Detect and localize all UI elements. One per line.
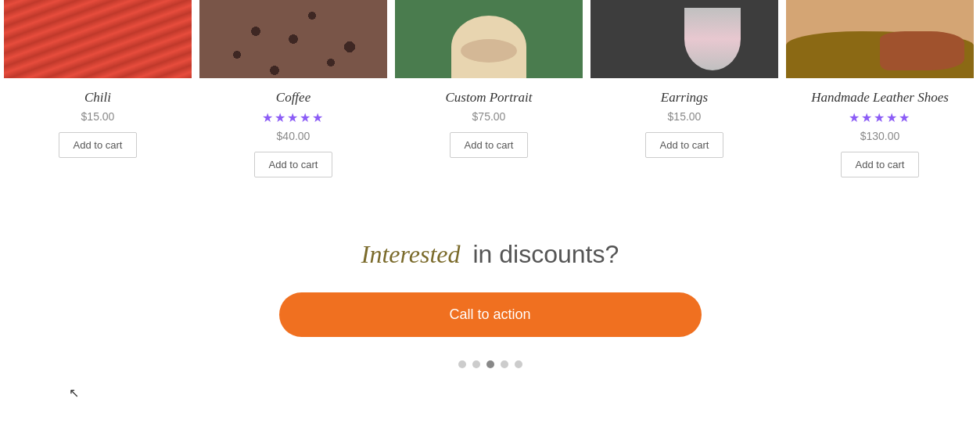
product-image-chili	[4, 0, 192, 78]
product-card-portrait: Custom Portrait $75.00 Add to cart	[391, 0, 587, 174]
add-to-cart-earrings[interactable]: Add to cart	[645, 132, 724, 158]
product-image-coffee	[199, 0, 387, 78]
product-card-earrings: Earrings $15.00 Add to cart	[587, 0, 782, 174]
chili-image-placeholder	[4, 0, 192, 78]
product-card-coffee: Coffee ★★★★★ $40.00 Add to cart	[196, 0, 391, 193]
earrings-image-placeholder	[591, 0, 778, 78]
coffee-image-placeholder	[199, 0, 387, 78]
add-to-cart-coffee[interactable]: Add to cart	[254, 152, 333, 177]
add-to-cart-portrait[interactable]: Add to cart	[450, 132, 529, 158]
discount-section: Interested in discounts? Call to action	[0, 217, 980, 392]
product-name-shoes: Handmade Leather Shoes	[811, 90, 949, 106]
product-price-earrings: $15.00	[668, 110, 702, 123]
product-name-earrings: Earrings	[661, 90, 708, 106]
add-to-cart-chili[interactable]: Add to cart	[59, 132, 138, 158]
product-image-shoes	[786, 0, 974, 78]
pagination-dots	[458, 360, 522, 368]
shoes-image-placeholder	[786, 0, 974, 78]
product-image-earrings	[591, 0, 778, 78]
dot-1[interactable]	[458, 360, 466, 368]
dot-3[interactable]	[486, 360, 494, 368]
dot-2[interactable]	[472, 360, 480, 368]
product-image-portrait	[395, 0, 583, 78]
product-price-coffee: $40.00	[277, 130, 311, 142]
dot-4[interactable]	[501, 360, 508, 368]
product-price-chili: $15.00	[81, 110, 115, 123]
discount-title: Interested in discounts?	[361, 240, 619, 269]
product-name-chili: Chili	[84, 90, 111, 106]
product-name-portrait: Custom Portrait	[446, 90, 533, 106]
product-price-shoes: $130.00	[860, 130, 900, 142]
discount-title-normal: in discounts?	[472, 240, 619, 268]
products-row: Chili $15.00 Add to cart Coffee ★★★★★ $4…	[0, 0, 980, 217]
product-stars-shoes: ★★★★★	[849, 110, 911, 125]
product-price-portrait: $75.00	[472, 110, 506, 123]
dot-5[interactable]	[515, 360, 522, 368]
add-to-cart-shoes[interactable]: Add to cart	[841, 152, 920, 177]
product-stars-coffee: ★★★★★	[262, 110, 325, 125]
portrait-image-placeholder	[395, 0, 583, 78]
product-name-coffee: Coffee	[276, 90, 311, 106]
discount-title-italic: Interested	[361, 240, 461, 268]
product-card-shoes: Handmade Leather Shoes ★★★★★ $130.00 Add…	[782, 0, 978, 193]
cta-button[interactable]: Call to action	[279, 292, 702, 337]
product-card-chili: Chili $15.00 Add to cart	[0, 0, 196, 174]
